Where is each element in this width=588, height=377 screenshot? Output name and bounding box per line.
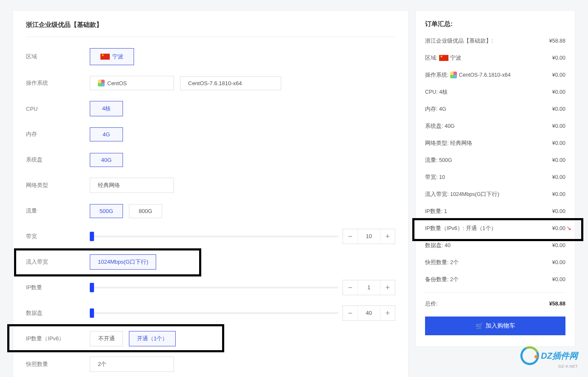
cart-button-label: 加入购物车 xyxy=(485,322,515,330)
data-disk-stepper: − 40 + xyxy=(343,305,395,321)
row-cpu: CPU 4核 xyxy=(26,101,395,116)
ip-minus-button[interactable]: − xyxy=(343,280,357,295)
summary-item: 流量: 500G¥0.00 xyxy=(425,156,565,164)
summary-item-label: 带宽: 10 xyxy=(425,173,552,181)
option-ipv6-1[interactable]: 开通（1个） xyxy=(129,331,176,346)
option-cpu-label: 4核 xyxy=(102,105,111,112)
summary-item: IP数量（IPv6）: 开通（1个）¥0.00↘ xyxy=(425,224,565,233)
option-traffic-1[interactable]: 800G xyxy=(129,204,162,218)
option-ipv6-0[interactable]: 不开通 xyxy=(90,331,123,346)
summary-divider xyxy=(425,292,565,293)
summary-item-price: ¥0.00 xyxy=(552,224,565,233)
row-ingress-bandwidth: 流入带宽 1024Mbps(G口下行) xyxy=(26,254,395,270)
summary-item-label: 流入带宽: 1024Mbps(G口下行) xyxy=(425,190,552,199)
label-os: 操作系统 xyxy=(26,79,90,87)
summary-item-label: 快照数量: 2个 xyxy=(425,258,552,267)
data-disk-slider-handle[interactable] xyxy=(90,308,94,318)
bandwidth-plus-button[interactable]: + xyxy=(380,229,395,244)
label-ip-count: IP数量 xyxy=(26,284,90,291)
select-os-version[interactable]: CentOS-7.6.1810-x64 xyxy=(180,76,281,90)
row-network: 网络类型 经典网络 xyxy=(26,178,395,193)
summary-item-price: ¥0.00 xyxy=(552,156,565,164)
select-snapshot[interactable]: 2个 xyxy=(90,357,174,372)
summary-item-price: ¥0.00 xyxy=(552,258,565,267)
summary-item: 操作系统: CentOS-7.6.1810-x64¥0.00 xyxy=(425,71,565,79)
summary-item: IP数量: 1¥0.00 xyxy=(425,207,565,216)
ip-stepper: − 1 + xyxy=(343,280,395,295)
config-panel: 浙江企业级优品【基础款】 区域 宁波 操作系统 CentOS CentOS-7.… xyxy=(13,10,408,377)
ip-slider-handle[interactable] xyxy=(90,283,94,292)
summary-item: CPU: 4核¥0.00 xyxy=(425,88,565,96)
select-os-family[interactable]: CentOS xyxy=(90,76,174,90)
label-network: 网络类型 xyxy=(26,181,90,189)
option-ipv6-1-label: 开通（1个） xyxy=(137,335,168,342)
label-snapshot: 快照数量 xyxy=(26,360,90,368)
summary-item-label: 区域: 宁波 xyxy=(425,54,552,62)
label-ipv6: IP数量（IPv6） xyxy=(26,335,90,342)
summary-item-price: ¥0.00 xyxy=(552,173,565,181)
ip-plus-button[interactable]: + xyxy=(380,280,395,295)
summary-item-label: 备份数量: 2个 xyxy=(425,275,552,284)
option-cpu[interactable]: 4核 xyxy=(90,101,123,116)
summary-item-price: ¥58.88 xyxy=(549,37,565,45)
summary-panel: 订单汇总: 浙江企业级优品【基础款】:¥58.88区域: 宁波¥0.00操作系统… xyxy=(415,10,575,347)
data-disk-slider-track[interactable] xyxy=(90,312,338,314)
data-disk-minus-button[interactable]: − xyxy=(343,306,357,320)
option-traffic-0[interactable]: 500G xyxy=(90,204,123,218)
label-bandwidth: 带宽 xyxy=(26,233,90,240)
red-arrow-icon: ↘ xyxy=(566,223,571,233)
summary-item-price: ¥0.00 xyxy=(552,54,565,62)
row-ip-count: IP数量 − 1 + xyxy=(26,280,395,295)
row-bandwidth: 带宽 − 10 + xyxy=(26,229,395,244)
summary-item-price: ¥0.00 xyxy=(552,71,565,79)
label-ingress-bandwidth: 流入带宽 xyxy=(26,258,90,266)
option-traffic-1-label: 800G xyxy=(139,208,152,214)
bandwidth-slider-handle[interactable] xyxy=(90,232,94,241)
summary-item: 网络类型: 经典网络¥0.00 xyxy=(425,139,565,147)
summary-total-label: 总价: xyxy=(425,299,549,308)
summary-item-price: ¥0.00 xyxy=(552,190,565,199)
select-network-type[interactable]: 经典网络 xyxy=(90,178,174,193)
row-os: 操作系统 CentOS CentOS-7.6.1810-x64 xyxy=(26,75,395,91)
summary-item-label: IP数量（IPv6）: 开通（1个） xyxy=(425,224,552,233)
summary-total-row: 总价: ¥58.88 xyxy=(425,299,565,308)
network-type-label: 经典网络 xyxy=(98,181,120,189)
add-to-cart-button[interactable]: 🛒 加入购物车 xyxy=(425,317,565,335)
flag-cn-icon xyxy=(439,55,448,61)
cart-icon: 🛒 xyxy=(476,322,483,329)
ip-slider-track[interactable] xyxy=(90,287,338,288)
ip-value: 1 xyxy=(357,280,380,295)
summary-item: 快照数量: 2个¥0.00 xyxy=(425,258,565,267)
bandwidth-value: 10 xyxy=(357,229,380,244)
row-ipv6: IP数量（IPv6） 不开通 开通（1个） xyxy=(26,331,395,346)
summary-item-label: 系统盘: 40G xyxy=(425,122,552,130)
summary-item-label: CPU: 4核 xyxy=(425,88,552,96)
option-ingress-bandwidth-label: 1024Mbps(G口下行) xyxy=(98,258,148,266)
option-ingress-bandwidth[interactable]: 1024Mbps(G口下行) xyxy=(90,254,156,270)
bandwidth-slider-track[interactable] xyxy=(90,236,338,237)
label-memory: 内存 xyxy=(26,130,90,138)
bandwidth-stepper: − 10 + xyxy=(343,229,395,244)
centos-icon xyxy=(450,72,457,78)
option-region-label: 宁波 xyxy=(112,53,123,60)
label-region: 区域 xyxy=(26,53,90,60)
summary-title: 订单汇总: xyxy=(425,20,565,28)
summary-item: 浙江企业级优品【基础款】:¥58.88 xyxy=(425,37,565,45)
option-region-ningbo[interactable]: 宁波 xyxy=(90,48,134,65)
summary-item-label: 网络类型: 经典网络 xyxy=(425,139,552,147)
label-data-disk: 数据盘 xyxy=(26,309,90,317)
bandwidth-minus-button[interactable]: − xyxy=(343,229,357,244)
summary-item-label: 流量: 500G xyxy=(425,156,552,164)
option-system-disk[interactable]: 40G xyxy=(90,153,123,167)
option-memory[interactable]: 4G xyxy=(90,127,123,141)
summary-item-label: 操作系统: CentOS-7.6.1810-x64 xyxy=(425,71,552,79)
product-title: 浙江企业级优品【基础款】 xyxy=(26,21,395,37)
summary-total-price: ¥58.88 xyxy=(549,299,565,308)
row-system-disk: 系统盘 40G xyxy=(26,152,395,167)
summary-item: 流入带宽: 1024Mbps(G口下行)¥0.00 xyxy=(425,190,565,199)
summary-item-label: 数据盘: 40 xyxy=(425,241,552,250)
data-disk-plus-button[interactable]: + xyxy=(380,306,395,320)
row-traffic: 流量 500G 800G xyxy=(26,203,395,219)
summary-item-label: 浙江企业级优品【基础款】: xyxy=(425,37,549,45)
label-system-disk: 系统盘 xyxy=(26,156,90,164)
